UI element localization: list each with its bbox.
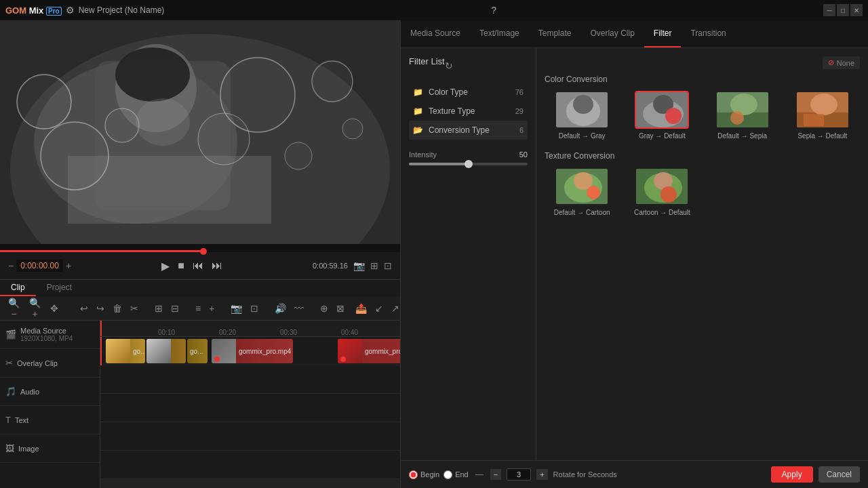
minimize-button[interactable]: ─ xyxy=(823,4,835,16)
zoom-out-button[interactable]: 🔍− xyxy=(5,296,22,321)
tab-transition[interactable]: Transition xyxy=(681,20,735,47)
maximize-button[interactable]: □ xyxy=(837,4,849,16)
filter-category-texture[interactable]: 📁 Texture Type 29 xyxy=(409,102,528,121)
add-track-button[interactable]: ⊕ xyxy=(317,302,331,315)
tab-project[interactable]: Project xyxy=(36,280,83,296)
dash-separator: — xyxy=(475,470,484,479)
tab-clip[interactable]: Clip xyxy=(0,280,36,296)
minus-button[interactable]: − xyxy=(8,260,14,271)
track-clip-1[interactable]: go... xyxy=(106,339,145,363)
texture-conversion-title: Texture Conversion xyxy=(545,151,860,161)
plus-button[interactable]: + xyxy=(66,260,71,271)
track-content[interactable]: 00:10 00:20 00:30 00:40 00:50 01:00 01:1… xyxy=(100,321,400,488)
filter-tool-button[interactable]: ≡ xyxy=(193,302,203,315)
conversion-type-count: 6 xyxy=(519,126,524,134)
transport-row: − 0:00:00.00 + ▶ ■ ⏮ ⏭ 0:00:59.16 📷 ⊞ ⊡ xyxy=(0,252,400,279)
snapshot-button[interactable]: 📷 xyxy=(228,302,245,315)
tab-bar: Media Source Text/Image Template Overlay… xyxy=(401,20,868,48)
gear-icon[interactable]: ⚙ xyxy=(66,5,75,16)
filter-category-color[interactable]: 📁 Color Type 76 xyxy=(409,83,528,102)
increment-seconds-button[interactable]: + xyxy=(536,469,547,480)
export-btn-2[interactable]: ↙ xyxy=(372,302,386,315)
track-label-sub-media: 1920X1080, MP4 xyxy=(20,335,73,342)
progress-thumb[interactable] xyxy=(200,248,207,255)
svg-point-12 xyxy=(105,108,139,142)
delete-button[interactable]: 🗑 xyxy=(110,302,125,315)
none-icon: ⊘ xyxy=(828,58,834,67)
overlay-button[interactable]: ⊡ xyxy=(248,302,261,315)
close-button[interactable]: ✕ xyxy=(850,4,863,16)
track-clip-2[interactable] xyxy=(146,339,186,363)
total-time: 0:00:59.16 xyxy=(313,262,348,270)
stop-button[interactable]: ■ xyxy=(178,260,184,272)
split-button[interactable]: ⊞ xyxy=(370,260,378,271)
track-clip-5[interactable]: gommix_pro.mp4 xyxy=(338,339,400,363)
filter-category-conversion[interactable]: 📂 Conversion Type 6 xyxy=(409,121,528,140)
group-button[interactable]: ⊟ xyxy=(168,302,182,315)
undo-button[interactable]: ↩ xyxy=(77,302,91,315)
intensity-row: Intensity 50 xyxy=(409,150,528,159)
cancel-button[interactable]: Cancel xyxy=(818,466,860,483)
timeline-progress-bar[interactable] xyxy=(0,244,400,252)
remove-track-button[interactable]: ⊠ xyxy=(334,302,347,315)
filter-item-default-gray[interactable]: Default → Gray xyxy=(545,91,619,140)
image-icon: 🖼 xyxy=(5,443,14,453)
screenshot-button[interactable]: 📷 xyxy=(353,260,365,271)
color-type-folder-icon: 📁 xyxy=(413,87,423,97)
titlebar: GOM Mix Pro ⚙ New Project (No Name) ? ─ … xyxy=(0,0,868,20)
decrement-seconds-button[interactable]: − xyxy=(490,469,501,480)
media-track[interactable]: go... go... gommix_pro.mp4 xyxy=(100,337,400,365)
intensity-slider[interactable] xyxy=(409,163,528,165)
intensity-thumb[interactable] xyxy=(465,160,473,168)
prev-frame-button[interactable]: ⏮ xyxy=(193,260,203,272)
split-tool-button[interactable]: ⊞ xyxy=(152,302,165,315)
play-button[interactable]: ▶ xyxy=(161,260,170,272)
tab-text-image[interactable]: Text/Image xyxy=(470,20,529,47)
help-icon[interactable]: ? xyxy=(491,5,496,16)
filter-label-sepia-default: Sepia → Default xyxy=(797,131,847,140)
redo-button[interactable]: ↪ xyxy=(94,302,107,315)
left-panel: − 0:00:00.00 + ▶ ■ ⏮ ⏭ 0:00:59.16 📷 ⊞ ⊡ … xyxy=(0,20,400,488)
filter-item-default-sepia[interactable]: Default → Sepia xyxy=(705,91,780,140)
tab-overlay-clip[interactable]: Overlay Clip xyxy=(580,20,644,47)
next-frame-button[interactable]: ⏭ xyxy=(212,260,222,272)
track-label-audio: 🎵 Audio xyxy=(0,378,100,406)
settings-icon-button[interactable]: ⊡ xyxy=(384,260,392,271)
begin-radio[interactable] xyxy=(409,470,418,479)
filter-item-default-cartoon[interactable]: Default → Cartoon xyxy=(545,167,619,217)
seconds-input[interactable] xyxy=(507,468,531,481)
none-badge[interactable]: ⊘ None xyxy=(823,56,860,69)
apply-button[interactable]: Apply xyxy=(771,466,813,483)
track-labels: 🎬 Media Source 1920X1080, MP4 ✂ Overlay … xyxy=(0,321,100,488)
tab-template[interactable]: Template xyxy=(529,20,581,47)
zoom-fit-button[interactable]: ✥ xyxy=(47,302,61,315)
cut-button[interactable]: ✂ xyxy=(127,302,141,315)
audio-button[interactable]: 🔊 xyxy=(272,302,289,315)
begin-radio-label[interactable]: Begin xyxy=(409,470,439,479)
filter-list-header: Filter List ↻ xyxy=(409,56,528,75)
end-radio[interactable] xyxy=(443,470,452,479)
filter-item-sepia-default[interactable]: Sepia → Default xyxy=(785,91,860,140)
track-label-name-overlay: Overlay Clip xyxy=(17,359,58,367)
end-radio-label[interactable]: End xyxy=(443,470,469,479)
image-track xyxy=(100,451,400,479)
track-clip-3[interactable]: go... xyxy=(187,339,208,363)
clip-label-4: gommix_pro.mp4 xyxy=(236,348,293,355)
progress-fill xyxy=(0,250,203,252)
filter-item-gray-default[interactable]: Gray → Default xyxy=(625,91,699,140)
wave-button[interactable]: 〰 xyxy=(292,302,307,315)
zoom-in-button[interactable]: 🔍+ xyxy=(26,296,43,321)
svg-point-13 xyxy=(285,142,312,169)
filter-content: Filter List ↻ 📁 Color Type 76 📁 Texture … xyxy=(401,48,868,460)
filter-item-cartoon-default[interactable]: Cartoon → Default xyxy=(625,167,699,217)
track-clip-4[interactable]: gommix_pro.mp4 xyxy=(212,339,293,363)
app-logo: GOM Mix Pro xyxy=(5,5,62,16)
add-button[interactable]: + xyxy=(206,302,217,315)
filter-right-panel: ⊘ None Color Conversion xyxy=(536,48,868,460)
tab-media-source[interactable]: Media Source xyxy=(401,20,470,47)
tab-filter[interactable]: Filter xyxy=(644,20,682,47)
color-conversion-section: Color Conversion Default → G xyxy=(545,75,860,140)
filter-refresh-button[interactable]: ↻ xyxy=(445,60,453,71)
export-btn-1[interactable]: 📤 xyxy=(353,302,370,315)
svg-point-15 xyxy=(136,98,190,146)
